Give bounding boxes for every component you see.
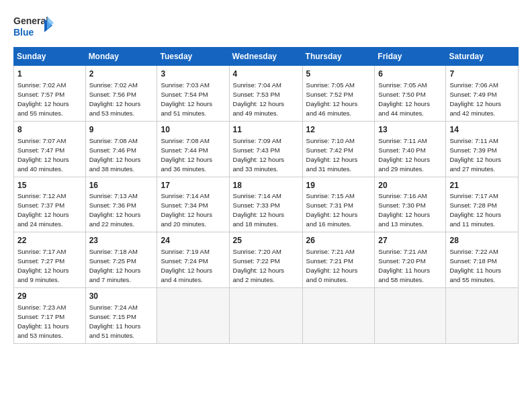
day-number: 19 [306,180,371,191]
day-number: 5 [306,68,371,80]
calendar-cell: 7Sunrise: 7:06 AM Sunset: 7:49 PM Daylig… [446,66,519,122]
calendar-cell: 19Sunrise: 7:15 AM Sunset: 7:31 PM Dayli… [302,177,375,232]
calendar-cell: 3Sunrise: 7:03 AM Sunset: 7:54 PM Daylig… [157,66,229,122]
day-number: 12 [306,124,371,136]
day-info: Sunrise: 7:07 AM Sunset: 7:47 PM Dayligh… [17,137,69,173]
day-info: Sunrise: 7:17 AM Sunset: 7:27 PM Dayligh… [17,248,69,283]
day-info: Sunrise: 7:18 AM Sunset: 7:25 PM Dayligh… [89,248,141,283]
day-info: Sunrise: 7:08 AM Sunset: 7:46 PM Dayligh… [89,137,141,173]
day-number: 25 [233,235,299,246]
day-info: Sunrise: 7:02 AM Sunset: 7:56 PM Dayligh… [89,81,141,117]
calendar-header-thursday: Thursday [302,48,375,66]
day-info: Sunrise: 7:21 AM Sunset: 7:21 PM Dayligh… [306,248,358,283]
page: GeneralBlue SundayMondayTuesdayWednesday… [0,0,532,351]
day-info: Sunrise: 7:21 AM Sunset: 7:20 PM Dayligh… [378,248,430,283]
day-number: 29 [17,291,82,302]
day-info: Sunrise: 7:04 AM Sunset: 7:53 PM Dayligh… [233,81,285,117]
day-info: Sunrise: 7:06 AM Sunset: 7:49 PM Dayligh… [449,81,501,117]
day-info: Sunrise: 7:11 AM Sunset: 7:40 PM Dayligh… [378,137,430,173]
day-number: 14 [449,124,515,136]
calendar-header-monday: Monday [85,48,157,66]
day-info: Sunrise: 7:03 AM Sunset: 7:54 PM Dayligh… [161,81,212,117]
calendar-cell: 20Sunrise: 7:16 AM Sunset: 7:30 PM Dayli… [375,177,446,232]
header: GeneralBlue [13,12,519,40]
day-number: 22 [17,235,82,246]
calendar-header-wednesday: Wednesday [229,48,302,66]
calendar-week-row: 22Sunrise: 7:17 AM Sunset: 7:27 PM Dayli… [14,232,519,288]
day-number: 6 [378,68,442,80]
calendar-header-sunday: Sunday [14,48,86,66]
svg-text:Blue: Blue [13,27,34,38]
calendar-cell: 15Sunrise: 7:12 AM Sunset: 7:37 PM Dayli… [14,177,86,232]
calendar-header-friday: Friday [375,48,446,66]
calendar-cell: 4Sunrise: 7:04 AM Sunset: 7:53 PM Daylig… [229,66,302,122]
day-number: 10 [161,124,225,136]
day-number: 26 [306,235,371,246]
day-number: 3 [161,68,225,80]
calendar-cell: 26Sunrise: 7:21 AM Sunset: 7:21 PM Dayli… [302,232,375,288]
day-info: Sunrise: 7:16 AM Sunset: 7:30 PM Dayligh… [378,192,430,228]
calendar-cell [302,288,375,344]
day-info: Sunrise: 7:13 AM Sunset: 7:36 PM Dayligh… [89,192,141,228]
logo: GeneralBlue [13,12,54,40]
calendar-header-row: SundayMondayTuesdayWednesdayThursdayFrid… [14,48,519,66]
day-number: 21 [449,180,515,191]
calendar-week-row: 8Sunrise: 7:07 AM Sunset: 7:47 PM Daylig… [14,121,519,177]
calendar-cell: 29Sunrise: 7:23 AM Sunset: 7:17 PM Dayli… [14,288,86,344]
day-info: Sunrise: 7:14 AM Sunset: 7:33 PM Dayligh… [233,192,285,228]
calendar-cell: 25Sunrise: 7:20 AM Sunset: 7:22 PM Dayli… [229,232,302,288]
calendar-week-row: 15Sunrise: 7:12 AM Sunset: 7:37 PM Dayli… [14,177,519,232]
day-info: Sunrise: 7:15 AM Sunset: 7:31 PM Dayligh… [306,192,358,228]
day-info: Sunrise: 7:14 AM Sunset: 7:34 PM Dayligh… [161,192,212,228]
calendar-cell: 8Sunrise: 7:07 AM Sunset: 7:47 PM Daylig… [14,121,86,177]
day-info: Sunrise: 7:05 AM Sunset: 7:50 PM Dayligh… [378,81,430,117]
day-number: 16 [89,180,154,191]
day-number: 17 [161,180,225,191]
day-info: Sunrise: 7:10 AM Sunset: 7:42 PM Dayligh… [306,137,358,173]
calendar-cell: 17Sunrise: 7:14 AM Sunset: 7:34 PM Dayli… [157,177,229,232]
day-info: Sunrise: 7:22 AM Sunset: 7:18 PM Dayligh… [449,248,501,283]
logo-svg: GeneralBlue [13,12,54,40]
day-number: 8 [17,124,82,136]
day-number: 11 [233,124,299,136]
calendar-cell: 30Sunrise: 7:24 AM Sunset: 7:15 PM Dayli… [85,288,157,344]
calendar-cell [375,288,446,344]
day-info: Sunrise: 7:20 AM Sunset: 7:22 PM Dayligh… [233,248,285,283]
day-number: 7 [449,68,515,80]
calendar-week-row: 29Sunrise: 7:23 AM Sunset: 7:17 PM Dayli… [14,288,519,344]
day-info: Sunrise: 7:02 AM Sunset: 7:57 PM Dayligh… [17,81,69,117]
svg-text:General: General [13,15,48,26]
calendar-cell: 21Sunrise: 7:17 AM Sunset: 7:28 PM Dayli… [446,177,519,232]
day-info: Sunrise: 7:17 AM Sunset: 7:28 PM Dayligh… [449,192,501,228]
day-info: Sunrise: 7:12 AM Sunset: 7:37 PM Dayligh… [17,192,69,228]
calendar-cell: 27Sunrise: 7:21 AM Sunset: 7:20 PM Dayli… [375,232,446,288]
calendar-cell: 28Sunrise: 7:22 AM Sunset: 7:18 PM Dayli… [446,232,519,288]
svg-marker-3 [47,16,54,30]
day-number: 2 [89,68,154,80]
day-number: 30 [89,291,154,302]
day-number: 13 [378,124,442,136]
calendar-cell: 24Sunrise: 7:19 AM Sunset: 7:24 PM Dayli… [157,232,229,288]
calendar-cell: 23Sunrise: 7:18 AM Sunset: 7:25 PM Dayli… [85,232,157,288]
calendar-cell: 9Sunrise: 7:08 AM Sunset: 7:46 PM Daylig… [85,121,157,177]
calendar-cell [446,288,519,344]
calendar-cell: 5Sunrise: 7:05 AM Sunset: 7:52 PM Daylig… [302,66,375,122]
calendar-cell: 16Sunrise: 7:13 AM Sunset: 7:36 PM Dayli… [85,177,157,232]
calendar-cell: 11Sunrise: 7:09 AM Sunset: 7:43 PM Dayli… [229,121,302,177]
day-info: Sunrise: 7:08 AM Sunset: 7:44 PM Dayligh… [161,137,212,173]
calendar-cell [157,288,229,344]
day-number: 4 [233,68,299,80]
day-info: Sunrise: 7:09 AM Sunset: 7:43 PM Dayligh… [233,137,285,173]
calendar-cell: 22Sunrise: 7:17 AM Sunset: 7:27 PM Dayli… [14,232,86,288]
day-number: 20 [378,180,442,191]
day-info: Sunrise: 7:19 AM Sunset: 7:24 PM Dayligh… [161,248,212,283]
day-info: Sunrise: 7:23 AM Sunset: 7:17 PM Dayligh… [17,304,69,339]
calendar-week-row: 1Sunrise: 7:02 AM Sunset: 7:57 PM Daylig… [14,66,519,122]
calendar-cell: 14Sunrise: 7:11 AM Sunset: 7:39 PM Dayli… [446,121,519,177]
day-number: 9 [89,124,154,136]
day-number: 1 [17,68,82,80]
day-info: Sunrise: 7:11 AM Sunset: 7:39 PM Dayligh… [449,137,501,173]
day-info: Sunrise: 7:05 AM Sunset: 7:52 PM Dayligh… [306,81,358,117]
calendar-cell: 10Sunrise: 7:08 AM Sunset: 7:44 PM Dayli… [157,121,229,177]
day-number: 24 [161,235,225,246]
